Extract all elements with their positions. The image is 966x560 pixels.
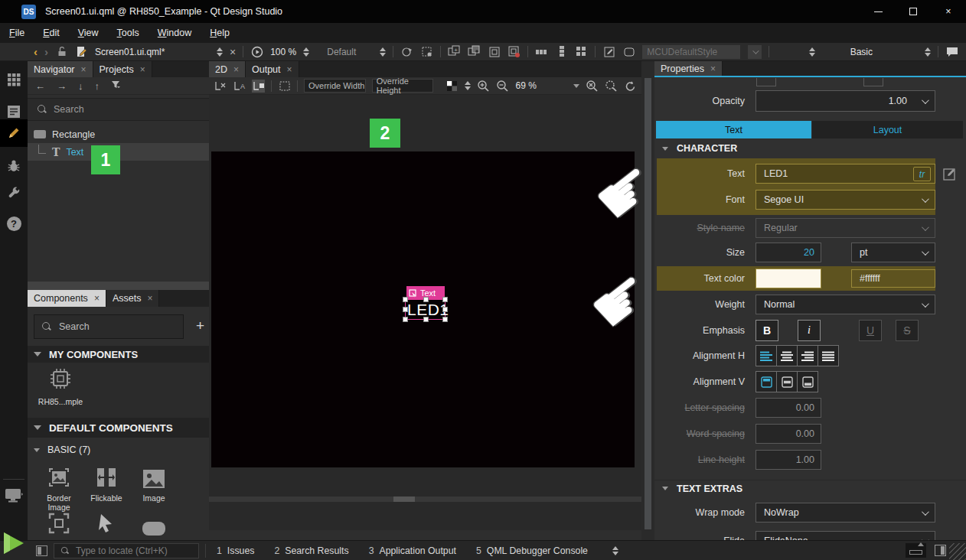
color-swatch[interactable]	[756, 269, 821, 288]
unlock-icon[interactable]	[55, 45, 68, 58]
section-character[interactable]: CHARACTER	[654, 140, 966, 157]
menu-file[interactable]: File	[9, 28, 24, 38]
locator-field[interactable]: Type to locate (Ctrl+K)	[54, 543, 199, 558]
underline-button[interactable]: U	[859, 320, 882, 341]
align-right-button[interactable]	[797, 345, 818, 366]
tab-properties[interactable]: Properties ×	[654, 61, 723, 76]
projects-mode-icon[interactable]	[0, 181, 28, 205]
align-top-button[interactable]	[756, 371, 777, 392]
no-snapping-icon[interactable]	[214, 80, 227, 93]
style-selector[interactable]: Default	[327, 47, 373, 57]
resize-handle-sw[interactable]	[403, 317, 408, 322]
export-icon[interactable]	[400, 45, 413, 58]
component-mouse-area[interactable]	[83, 508, 130, 539]
component-border-image[interactable]: Border Image	[35, 462, 83, 512]
rounded-rect-icon[interactable]	[622, 45, 635, 58]
weight-dropdown[interactable]: Normal	[756, 295, 935, 314]
snap-items-icon[interactable]	[252, 80, 265, 93]
canvas-hscrollbar[interactable]	[209, 497, 641, 502]
chevron-down-icon[interactable]	[922, 195, 929, 203]
tab-projects[interactable]: Projects ×	[93, 61, 152, 77]
text-input[interactable]: LED1 tr	[756, 164, 935, 184]
bold-button[interactable]: B	[756, 320, 778, 341]
zoom-fit-selection-icon[interactable]	[605, 80, 618, 93]
component-rh850-example[interactable]: RH85...mple	[37, 366, 84, 406]
subtab-text[interactable]: Text	[656, 121, 811, 138]
resize-handle-nw[interactable]	[403, 297, 408, 302]
align-bottom-button[interactable]	[797, 371, 818, 392]
navigator-search[interactable]: Search	[28, 98, 209, 121]
tab-assets-close-icon[interactable]: ×	[147, 293, 152, 304]
frame-icon[interactable]	[488, 45, 501, 58]
canvas-hscrollbar-thumb[interactable]	[393, 497, 415, 502]
wrap-mode-dropdown[interactable]: NoWrap	[756, 503, 935, 523]
toggle-sidebar-icon[interactable]	[36, 545, 47, 556]
resize-handle-s[interactable]	[423, 317, 429, 322]
menu-edit[interactable]: Edit	[43, 28, 60, 38]
edit-properties-icon[interactable]	[943, 167, 958, 181]
tree-item-rectangle[interactable]: Rectangle	[28, 125, 209, 143]
copy-add-icon[interactable]: +	[448, 45, 461, 58]
chevron-down-icon[interactable]	[922, 300, 929, 308]
menu-view[interactable]: View	[78, 28, 99, 38]
current-document[interactable]: Screen01.ui.qml*	[95, 47, 210, 57]
close-document-button[interactable]: ×	[230, 46, 236, 58]
components-search[interactable]: Search	[34, 314, 184, 339]
color-hex-field[interactable]: #ffffff	[851, 269, 935, 288]
panel-splitter[interactable]	[28, 282, 209, 290]
menu-tools[interactable]: Tools	[117, 28, 139, 38]
tab-navigator-close-icon[interactable]: ×	[81, 64, 86, 75]
run-preview-icon[interactable]	[250, 45, 263, 58]
toggle-right-panel-icon[interactable]	[935, 545, 946, 556]
align-center-h-button[interactable]	[776, 345, 798, 366]
selection-box[interactable]: LED1	[405, 299, 445, 320]
document-spinner[interactable]	[217, 47, 223, 57]
nav-move-left-icon[interactable]: ←	[35, 80, 45, 92]
zoom-dropdown-caret[interactable]	[573, 84, 579, 88]
show-bounds-icon[interactable]	[278, 80, 291, 93]
build-progress-icon[interactable]	[906, 543, 926, 558]
chevron-down-icon[interactable]	[922, 96, 929, 104]
resize-handle-ne[interactable]	[442, 297, 448, 302]
size-unit-dropdown[interactable]: pt	[851, 243, 935, 262]
tab-2d-close-icon[interactable]: ×	[233, 64, 239, 75]
feedback-comment-icon[interactable]	[945, 45, 958, 58]
debug-mode-icon[interactable]	[0, 153, 28, 177]
align-left-button[interactable]	[756, 345, 777, 366]
nav-filter-icon[interactable]	[111, 80, 122, 92]
zoom-spinner[interactable]	[303, 47, 309, 57]
snap-anchors-icon[interactable]: A	[233, 80, 246, 93]
line-height-field[interactable]: 1.00	[756, 450, 821, 470]
resize-handle-w[interactable]	[403, 307, 408, 312]
back-button[interactable]: ‹	[34, 45, 38, 58]
nav-move-down-icon[interactable]: ↓	[78, 80, 83, 92]
canvas-zoom-level[interactable]: 69 %	[515, 80, 544, 91]
tab-projects-close-icon[interactable]: ×	[140, 64, 145, 75]
add-component-button[interactable]: +	[196, 317, 204, 334]
section-text-extras[interactable]: TEXT EXTRAS	[654, 480, 966, 497]
size-input[interactable]: 20	[756, 243, 821, 262]
tab-properties-close-icon[interactable]: ×	[710, 63, 716, 74]
opacity-field[interactable]: 1.00	[756, 90, 935, 112]
nav-move-up-icon[interactable]: ↑	[95, 80, 100, 92]
background-spinner[interactable]	[465, 81, 471, 90]
tab-components-close-icon[interactable]: ×	[94, 293, 100, 304]
resize-handle-e[interactable]	[442, 307, 448, 312]
section-basic[interactable]: BASIC (7)	[28, 442, 209, 457]
resize-grip[interactable]	[949, 543, 966, 560]
italic-button[interactable]: i	[798, 320, 821, 341]
resize-handle-n[interactable]	[423, 297, 429, 302]
copy-filled-icon[interactable]	[468, 45, 481, 58]
translate-button[interactable]: tr	[913, 167, 931, 181]
pane-search-results[interactable]: 2 Search Results	[274, 545, 348, 556]
help-mode-icon[interactable]: ?	[0, 211, 28, 236]
pane-qml-debugger[interactable]: 5 QML Debugger Console	[476, 545, 588, 556]
component-rectangle[interactable]	[130, 508, 178, 539]
section-my-components[interactable]: MY COMPONENTS	[28, 346, 209, 363]
component-item[interactable]	[35, 508, 83, 539]
component-image[interactable]: Image	[130, 462, 178, 503]
zoom-out-icon[interactable]	[496, 80, 509, 93]
row-layout-icon[interactable]	[535, 45, 548, 58]
section-default-components[interactable]: DEFAULT COMPONENTS	[28, 418, 209, 438]
canvas-viewport[interactable]: Text LED1	[209, 95, 641, 530]
